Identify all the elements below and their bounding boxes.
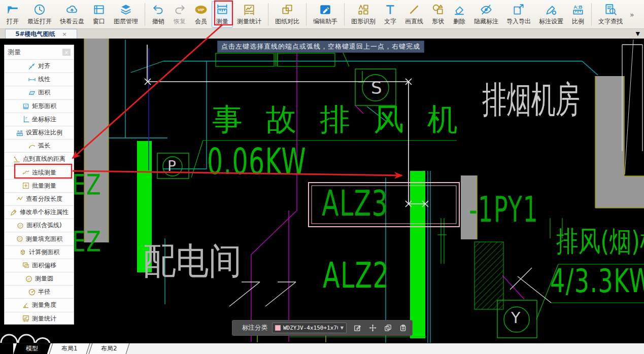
toolbar-divider [591, 3, 592, 26]
linear-icon [28, 76, 36, 84]
toolbar-button-cloud[interactable]: 快看云盘 [56, 1, 88, 28]
label-minus1py1: -1PY1 [469, 192, 538, 227]
toolbar-button-measure[interactable]: 测量 [212, 1, 233, 28]
toolbar-button-vip[interactable]: VIP会员 [190, 1, 212, 28]
toolbar-button-label: 画直线 [405, 17, 423, 26]
toolbar-button-edit-assistant[interactable]: 编辑助手 [309, 1, 342, 28]
segments-icon [16, 195, 24, 203]
measure-panel-item-batch[interactable]: 批量测量 [5, 179, 74, 192]
measure-panel-item-side-area[interactable]: 计算侧面积 [5, 245, 74, 259]
measure-panel-item-fill-area[interactable]: 测量填充面积 [5, 232, 74, 245]
power-label-433kw: 4/3.3KW [550, 265, 644, 297]
measure-panel-item-arc-length[interactable]: 弧长 [5, 139, 74, 152]
measure-panel-item-label: 连续测量 [32, 168, 56, 177]
toolbar-button-undo[interactable]: 撤销 [148, 1, 169, 28]
paste-icon[interactable] [399, 324, 408, 332]
modify-attr-icon [10, 208, 18, 217]
toolbar-button-compare[interactable]: 图纸对比 [271, 1, 303, 28]
measure-panel-item-coordinate[interactable]: 坐标标注 [5, 113, 74, 126]
toolbar-button-label: 会员 [195, 17, 207, 26]
toolbar-button-open[interactable]: 打开 [2, 1, 23, 28]
toolbar-button-window[interactable]: 窗口 [88, 1, 110, 28]
toolbar-button-scale[interactable]: A:B比例 [567, 1, 589, 28]
move-icon[interactable] [368, 324, 377, 332]
toolbar-button-import-export[interactable]: 导入导出 [502, 1, 535, 28]
toolbar-button-label: 测量统计 [237, 17, 261, 26]
toolbar-button-shape-recognition[interactable]: 图形识别 [347, 1, 380, 28]
toolbar-button-label: 标注设置 [539, 17, 563, 26]
toolbar-button-label: 形状 [432, 17, 444, 26]
shape-recognition-icon [357, 3, 370, 16]
toolbar-divider [268, 3, 268, 26]
toolbar-button-annotation-settings[interactable]: 标注设置 [535, 1, 567, 28]
toolbar-button-delete[interactable]: 删除 [449, 1, 470, 28]
panel-label-alz3: ALZ3 [322, 186, 388, 221]
measure-panel-item-circle[interactable]: 测量圆 [5, 272, 74, 285]
draw-line-icon [408, 3, 421, 16]
measure-panel-item-label: 线性 [38, 75, 50, 84]
toolbar-button-text[interactable]: 文字 [380, 1, 401, 28]
measure-panel-item-area-offset[interactable]: 面积偏移 [5, 259, 74, 272]
toolbar-button-recent[interactable]: 最近打开 [23, 1, 56, 28]
fan-letter-p: P [167, 159, 176, 173]
measure-panel-item-area-arc[interactable]: 面积(含弧线) [5, 219, 74, 232]
compare-icon [281, 3, 294, 16]
measure-panel-item-label: 查看分段长度 [26, 195, 62, 203]
undo-icon [152, 3, 165, 16]
measure-panel-item-scale-ab[interactable]: A:B设置标注比例 [5, 126, 74, 139]
document-tab-bar: 5#楼电气图纸 × ▼ [0, 29, 644, 39]
document-tab-close-icon[interactable]: × [62, 31, 67, 38]
measure-panel-item-label: 设置标注比例 [26, 128, 62, 137]
measure-panel-close-icon[interactable]: × [62, 49, 71, 56]
text-search-icon [604, 3, 617, 16]
toolbar-button-layers[interactable]: 图层管理 [110, 1, 142, 28]
fan-label-paifengyan: 排风(烟)机 [556, 227, 644, 256]
stats-icon [22, 314, 30, 323]
toolbar-button-hide-annotation[interactable]: 隐藏标注 [470, 1, 502, 28]
measure-panel-item-angle[interactable]: 测量角度 [5, 298, 74, 311]
toolbar-button-label: 编辑助手 [313, 17, 337, 26]
measure-panel-item-stats[interactable]: 测量统计 [5, 312, 74, 325]
edit-icon[interactable] [353, 324, 362, 332]
measure-panel-title: 测量 [8, 48, 62, 57]
measure-panel-item-area[interactable]: 面积 [5, 86, 74, 99]
fan-label-accident: 事故排风机 [212, 104, 481, 134]
layout-tab-layout1[interactable]: 布局1 [49, 343, 90, 354]
annotation-category-label: 标注分类 [242, 324, 267, 332]
area-icon [28, 89, 36, 97]
toolbar-button-redo[interactable]: 恢复 [169, 1, 190, 28]
layout-tab-layout2[interactable]: 布局2 [88, 343, 129, 354]
measure-panel-item-label: 测量角度 [32, 301, 56, 309]
toolbar-button-label: 恢复 [174, 17, 186, 26]
drawing-canvas[interactable]: 事故排风机0.06KWALZ3ALZ2配电间排烟机房-1PY1排风(烟)机4/3… [0, 39, 644, 343]
dropdown-caret-icon: ▼ [341, 326, 344, 330]
tab-overflow-icon[interactable]: ▼ [636, 30, 640, 37]
toolbar-button-more[interactable]: » [627, 1, 637, 28]
grid-icon[interactable] [237, 324, 238, 332]
copy-icon[interactable] [384, 324, 392, 332]
layout-tab-model[interactable]: 模型 [14, 343, 51, 354]
layers-icon [119, 3, 132, 16]
measure-panel-item-radius[interactable]: 半径 [5, 285, 74, 298]
batch-icon [22, 182, 30, 190]
measure-panel-item-rect-area[interactable]: 矩形面积 [5, 99, 74, 113]
measure-panel-item-label: 点到直线的距离 [23, 155, 65, 163]
measure-panel-item-segments[interactable]: 查看分段长度 [5, 192, 74, 205]
annotation-category-dropdown[interactable]: WDZYJV-4x150+1x70 ▼ [272, 323, 347, 333]
measure-panel-item-modify-attr[interactable]: 修改单个标注属性 [5, 205, 74, 219]
measure-panel-item-align[interactable]: 对齐 [5, 59, 74, 73]
measure-panel-item-continuous[interactable]: 连续测量 [5, 166, 74, 179]
toolbar-button-shapes[interactable]: 形状 [427, 1, 449, 28]
fragment-ez-2: EZ [72, 227, 101, 256]
svg-text:A:B: A:B [17, 129, 23, 132]
align-icon [28, 62, 36, 70]
toolbar-button-text-search[interactable]: 文字查找 [594, 1, 627, 28]
toolbar-button-measure-stats[interactable]: 测量统计 [233, 1, 265, 28]
measure-panel-item-linear[interactable]: 线性 [5, 73, 74, 86]
toolbar-button-label: 图层管理 [114, 17, 138, 26]
circle-icon [25, 275, 33, 283]
measure-panel-item-point-line[interactable]: 点到直线的距离 [5, 152, 74, 165]
document-tab[interactable]: 5#楼电气图纸 × [5, 29, 77, 39]
svg-text:A:B: A:B [573, 4, 582, 10]
toolbar-button-draw-line[interactable]: 画直线 [401, 1, 427, 28]
